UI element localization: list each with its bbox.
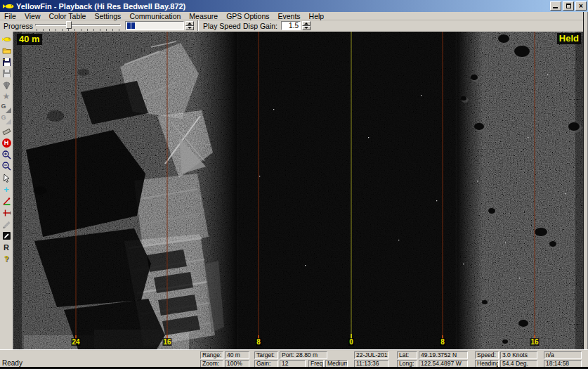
menu-measure[interactable]: Measure [185, 12, 222, 20]
lat-value: 49.19.3752 N [419, 351, 468, 359]
play-speed-scrollbar[interactable] [125, 21, 184, 30]
help-icon[interactable]: ? [1, 254, 13, 265]
progress-slider[interactable] [35, 21, 121, 31]
spin-down-icon[interactable] [302, 26, 311, 31]
play-speed-label: Play Speed [203, 22, 241, 30]
zoom-in-icon[interactable] [1, 149, 13, 160]
window-title: YellowFin - Playback (Hi Res Bedwell Bay… [15, 2, 550, 11]
toolbar: Progress Play Speed Disp Gain: 1.5 [0, 20, 588, 32]
hold-icon[interactable]: H [1, 138, 13, 149]
slider-groove [35, 24, 121, 26]
speed-value: 3.0 Knots [500, 351, 537, 359]
scroll-thumb-block [131, 22, 135, 29]
crosshair-icon[interactable]: + [1, 184, 13, 195]
menu-help[interactable]: Help [305, 12, 329, 20]
window-right-frame [583, 12, 588, 367]
record-icon[interactable]: R [1, 242, 13, 253]
eraser-icon[interactable] [1, 126, 13, 137]
save-icon[interactable] [1, 56, 13, 67]
toolbar-separator [197, 20, 199, 31]
note-icon[interactable] [1, 231, 13, 242]
fish-icon[interactable] [1, 33, 13, 44]
menu-communication[interactable]: Communication [125, 12, 185, 20]
slider-ticks [37, 29, 119, 31]
menu-gps-options[interactable]: GPS Options [222, 12, 273, 20]
cursor-icon[interactable] [1, 172, 13, 183]
play-speed-spinner[interactable] [185, 21, 194, 30]
range-label: Range: [200, 351, 223, 359]
menu-settings[interactable]: Settings [90, 12, 125, 20]
menu-events[interactable]: Events [273, 12, 304, 20]
disp-gain-spinner[interactable] [302, 21, 311, 30]
open-folder-icon[interactable] [1, 45, 13, 56]
target-value: Port: 28.80 m [280, 351, 327, 359]
menu-view[interactable]: View [20, 12, 45, 20]
track-marker-icon[interactable] [1, 207, 13, 219]
save-alt-icon[interactable] [1, 68, 13, 79]
pencil-icon[interactable] [1, 219, 13, 230]
minimize-button[interactable] [550, 1, 561, 11]
menu-file[interactable]: File [0, 12, 20, 20]
sonar-image [13, 32, 583, 349]
gain-increase-icon[interactable]: G [1, 103, 13, 114]
sonar-display[interactable]: 40 m Held 24 16 8 0 8 16 [13, 32, 583, 349]
spin-down-icon[interactable] [185, 26, 194, 31]
date-value: 22-JUL-2015 [354, 351, 388, 359]
menu-bar: File View Color Table Settings Communica… [0, 12, 588, 20]
status-bar: Ready Range: 40 m Target: Port: 28.80 m … [0, 349, 588, 367]
gain-decrease-icon[interactable]: G [1, 115, 13, 126]
angle-measure-icon[interactable] [1, 195, 13, 207]
app-window: YellowFin - Playback (Hi Res Bedwell Bay… [0, 0, 588, 369]
na-value: n/a [544, 351, 582, 359]
range-value: 40 m [225, 351, 249, 359]
ready-status: Ready [2, 359, 22, 367]
lat-label: Lat: [397, 351, 417, 359]
slider-thumb[interactable] [66, 21, 72, 29]
disp-gain-input[interactable]: 1.5 [281, 21, 301, 30]
scroll-thumb-block [127, 22, 131, 29]
zoom-out-icon[interactable] [1, 161, 13, 172]
restore-button[interactable] [563, 1, 574, 11]
title-bar: YellowFin - Playback (Hi Res Bedwell Bay… [0, 0, 588, 12]
disp-gain-label: Disp Gain: [243, 22, 277, 30]
close-button[interactable]: × [575, 1, 587, 11]
star-icon[interactable]: ★ [1, 91, 13, 103]
menu-color-table[interactable]: Color Table [45, 12, 91, 20]
side-toolbar: ★ G G H + R ? [0, 32, 13, 349]
progress-label: Progress [4, 22, 33, 30]
speed-label: Speed: [475, 351, 499, 359]
target-label: Target: [254, 351, 278, 359]
app-fish-icon [2, 2, 15, 11]
shell-icon[interactable] [1, 79, 13, 91]
